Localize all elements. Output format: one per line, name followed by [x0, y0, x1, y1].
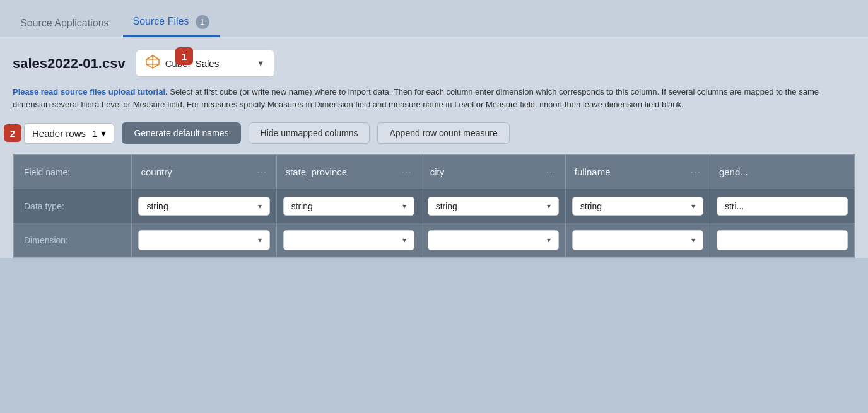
dimension-row: Dimension: ▾ ▾ ▾: [14, 223, 855, 257]
step-2-badge: 2: [4, 124, 21, 142]
dimension-cell-0: ▾: [132, 223, 276, 257]
tabs-bar: Source Applications Source Files 1: [0, 0, 868, 37]
main-content: sales2022-01.csv 1 Cube: Sales ▼ Please …: [0, 37, 868, 258]
dimension-chevron-3: ▾: [691, 236, 695, 245]
dots-icon-3[interactable]: ···: [691, 166, 701, 178]
dimension-dropdown-2[interactable]: ▾: [428, 230, 559, 250]
controls-row: 2 Header rows 1 ▾ Generate default names…: [13, 122, 855, 144]
field-name-cell-1: state_province ···: [276, 155, 421, 189]
table-wrapper: Field name: country ··· state_province ·…: [13, 154, 855, 258]
header-rows-group: Header rows 1 ▾: [24, 123, 114, 144]
data-type-cell-1: string ▾: [276, 189, 421, 223]
generate-default-names-button[interactable]: Generate default names: [122, 122, 240, 144]
data-type-chevron-1: ▾: [402, 202, 406, 211]
dimension-dropdown-1[interactable]: ▾: [283, 230, 414, 250]
field-name-text-3: fullname: [575, 166, 611, 177]
cube-value: Sales: [196, 58, 252, 69]
data-type-dropdown-4[interactable]: stri...: [717, 197, 848, 216]
data-type-label: Data type:: [14, 189, 132, 223]
header-rows-label: Header rows: [32, 128, 86, 139]
data-type-chevron-3: ▾: [691, 202, 695, 211]
data-type-dropdown-0[interactable]: string ▾: [138, 197, 269, 216]
dots-icon-1[interactable]: ···: [401, 166, 411, 178]
cube-selector[interactable]: Cube: Sales ▼: [136, 50, 274, 77]
data-type-dropdown-1[interactable]: string ▾: [283, 197, 414, 216]
tab-source-files[interactable]: Source Files 1: [123, 9, 220, 37]
dimension-cell-2: ▾: [421, 223, 565, 257]
tab-source-applications-label: Source Applications: [20, 18, 109, 28]
data-type-cell-0: string ▾: [132, 189, 276, 223]
file-name: sales2022-01.csv: [13, 55, 126, 72]
data-type-cell-3: string ▾: [565, 189, 710, 223]
dimension-dropdown-4[interactable]: [717, 230, 848, 250]
header-rows-chevron-icon: ▾: [101, 127, 106, 139]
dots-icon-0[interactable]: ···: [257, 166, 267, 178]
dimension-chevron-1: ▾: [402, 236, 406, 245]
info-text: Please read source files upload tutorial…: [13, 86, 855, 111]
data-type-cell-2: string ▾: [421, 189, 565, 223]
data-type-value-2: string: [436, 201, 457, 211]
data-type-value-4: stri...: [725, 201, 744, 211]
data-type-value-0: string: [146, 201, 168, 211]
dimension-dropdown-0[interactable]: ▾: [138, 230, 269, 250]
field-name-label: Field name:: [14, 155, 132, 189]
data-type-value-3: string: [580, 201, 602, 211]
dimension-chevron-0: ▾: [258, 236, 262, 245]
hide-unmapped-columns-button[interactable]: Hide unmapped columns: [249, 122, 370, 144]
dimension-cell-1: ▾: [276, 223, 421, 257]
field-name-cell-0: country ···: [132, 155, 276, 189]
dots-icon-2[interactable]: ···: [546, 166, 556, 178]
data-type-chevron-2: ▾: [547, 202, 551, 211]
data-type-dropdown-3[interactable]: string ▾: [572, 197, 703, 216]
tab-source-applications[interactable]: Source Applications: [10, 11, 119, 37]
data-type-cell-4: stri...: [710, 189, 854, 223]
field-name-row: Field name: country ··· state_province ·…: [14, 155, 855, 189]
field-name-cell-4: gend...: [710, 155, 854, 189]
field-name-cell-2: city ···: [421, 155, 565, 189]
field-name-text-4: gend...: [719, 166, 748, 177]
step-1-badge: 1: [175, 47, 193, 65]
data-type-value-1: string: [291, 201, 313, 211]
cube-dropdown-icon: ▼: [257, 59, 265, 68]
data-type-chevron-0: ▾: [258, 202, 262, 211]
data-table: Field name: country ··· state_province ·…: [13, 154, 855, 257]
field-name-text-2: city: [430, 166, 445, 177]
cube-icon: [145, 54, 160, 73]
field-name-text-0: country: [141, 166, 172, 177]
tab-source-files-label: Source Files: [133, 16, 189, 26]
dimension-chevron-2: ▾: [547, 236, 551, 245]
header-rows-value: 1: [92, 128, 97, 139]
dimension-cell-4: [710, 223, 854, 257]
data-type-dropdown-2[interactable]: string ▾: [428, 197, 559, 216]
dimension-cell-3: ▾: [565, 223, 710, 257]
field-name-cell-3: fullname ···: [565, 155, 710, 189]
data-type-row: Data type: string ▾ string ▾ string: [14, 189, 855, 223]
dimension-dropdown-3[interactable]: ▾: [572, 230, 703, 250]
tab-source-files-badge: 1: [196, 15, 209, 29]
file-cube-row: sales2022-01.csv 1 Cube: Sales ▼: [13, 50, 855, 77]
header-rows-select[interactable]: 1 ▾: [92, 127, 106, 139]
append-row-count-button[interactable]: Append row count measure: [377, 122, 509, 144]
dimension-label: Dimension:: [14, 223, 132, 257]
field-name-text-1: state_province: [286, 166, 348, 177]
tutorial-link[interactable]: Please read source files upload tutorial…: [13, 87, 168, 96]
